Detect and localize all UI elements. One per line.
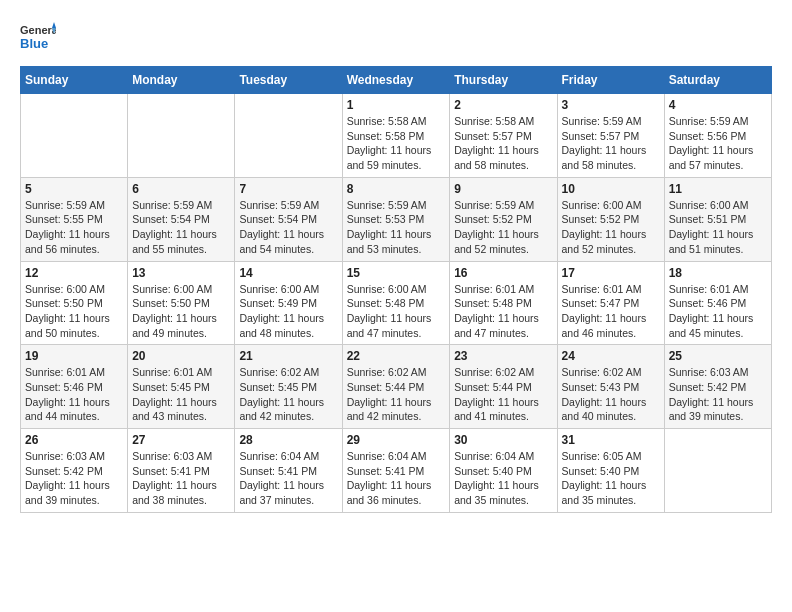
- calendar-week-row: 5Sunrise: 5:59 AM Sunset: 5:55 PM Daylig…: [21, 177, 772, 261]
- calendar-cell: [664, 429, 771, 513]
- day-number: 25: [669, 349, 767, 363]
- calendar-cell: [128, 94, 235, 178]
- calendar-cell: 2Sunrise: 5:58 AM Sunset: 5:57 PM Daylig…: [450, 94, 557, 178]
- day-info: Sunrise: 6:01 AM Sunset: 5:46 PM Dayligh…: [25, 365, 123, 424]
- weekday-header-tuesday: Tuesday: [235, 67, 342, 94]
- day-info: Sunrise: 6:00 AM Sunset: 5:52 PM Dayligh…: [562, 198, 660, 257]
- day-number: 16: [454, 266, 552, 280]
- day-number: 26: [25, 433, 123, 447]
- day-number: 19: [25, 349, 123, 363]
- weekday-header-wednesday: Wednesday: [342, 67, 450, 94]
- day-info: Sunrise: 5:58 AM Sunset: 5:58 PM Dayligh…: [347, 114, 446, 173]
- day-number: 12: [25, 266, 123, 280]
- day-info: Sunrise: 6:03 AM Sunset: 5:42 PM Dayligh…: [669, 365, 767, 424]
- calendar-cell: 3Sunrise: 5:59 AM Sunset: 5:57 PM Daylig…: [557, 94, 664, 178]
- svg-text:Blue: Blue: [20, 36, 48, 51]
- day-info: Sunrise: 6:00 AM Sunset: 5:48 PM Dayligh…: [347, 282, 446, 341]
- day-number: 10: [562, 182, 660, 196]
- day-info: Sunrise: 6:03 AM Sunset: 5:41 PM Dayligh…: [132, 449, 230, 508]
- calendar-week-row: 19Sunrise: 6:01 AM Sunset: 5:46 PM Dayli…: [21, 345, 772, 429]
- calendar-cell: 16Sunrise: 6:01 AM Sunset: 5:48 PM Dayli…: [450, 261, 557, 345]
- day-number: 15: [347, 266, 446, 280]
- day-info: Sunrise: 6:02 AM Sunset: 5:45 PM Dayligh…: [239, 365, 337, 424]
- calendar-cell: 24Sunrise: 6:02 AM Sunset: 5:43 PM Dayli…: [557, 345, 664, 429]
- day-info: Sunrise: 6:01 AM Sunset: 5:46 PM Dayligh…: [669, 282, 767, 341]
- calendar-body: 1Sunrise: 5:58 AM Sunset: 5:58 PM Daylig…: [21, 94, 772, 513]
- day-number: 7: [239, 182, 337, 196]
- weekday-header-thursday: Thursday: [450, 67, 557, 94]
- calendar-cell: 12Sunrise: 6:00 AM Sunset: 5:50 PM Dayli…: [21, 261, 128, 345]
- day-number: 11: [669, 182, 767, 196]
- calendar-cell: 19Sunrise: 6:01 AM Sunset: 5:46 PM Dayli…: [21, 345, 128, 429]
- calendar-cell: [235, 94, 342, 178]
- calendar-cell: 9Sunrise: 5:59 AM Sunset: 5:52 PM Daylig…: [450, 177, 557, 261]
- calendar-header-row: SundayMondayTuesdayWednesdayThursdayFrid…: [21, 67, 772, 94]
- day-number: 18: [669, 266, 767, 280]
- day-number: 13: [132, 266, 230, 280]
- day-info: Sunrise: 5:59 AM Sunset: 5:53 PM Dayligh…: [347, 198, 446, 257]
- calendar-cell: 15Sunrise: 6:00 AM Sunset: 5:48 PM Dayli…: [342, 261, 450, 345]
- day-number: 17: [562, 266, 660, 280]
- calendar-week-row: 12Sunrise: 6:00 AM Sunset: 5:50 PM Dayli…: [21, 261, 772, 345]
- day-info: Sunrise: 6:01 AM Sunset: 5:45 PM Dayligh…: [132, 365, 230, 424]
- calendar-cell: 17Sunrise: 6:01 AM Sunset: 5:47 PM Dayli…: [557, 261, 664, 345]
- calendar-cell: 23Sunrise: 6:02 AM Sunset: 5:44 PM Dayli…: [450, 345, 557, 429]
- calendar-cell: 21Sunrise: 6:02 AM Sunset: 5:45 PM Dayli…: [235, 345, 342, 429]
- calendar-cell: 4Sunrise: 5:59 AM Sunset: 5:56 PM Daylig…: [664, 94, 771, 178]
- svg-text:General: General: [20, 24, 56, 36]
- day-number: 29: [347, 433, 446, 447]
- day-number: 20: [132, 349, 230, 363]
- day-info: Sunrise: 6:04 AM Sunset: 5:41 PM Dayligh…: [239, 449, 337, 508]
- calendar-week-row: 1Sunrise: 5:58 AM Sunset: 5:58 PM Daylig…: [21, 94, 772, 178]
- day-info: Sunrise: 6:02 AM Sunset: 5:43 PM Dayligh…: [562, 365, 660, 424]
- day-number: 28: [239, 433, 337, 447]
- calendar-cell: 13Sunrise: 6:00 AM Sunset: 5:50 PM Dayli…: [128, 261, 235, 345]
- logo: General Blue: [20, 20, 56, 56]
- day-number: 31: [562, 433, 660, 447]
- day-info: Sunrise: 6:01 AM Sunset: 5:47 PM Dayligh…: [562, 282, 660, 341]
- calendar-cell: 14Sunrise: 6:00 AM Sunset: 5:49 PM Dayli…: [235, 261, 342, 345]
- calendar-cell: 31Sunrise: 6:05 AM Sunset: 5:40 PM Dayli…: [557, 429, 664, 513]
- calendar-cell: 18Sunrise: 6:01 AM Sunset: 5:46 PM Dayli…: [664, 261, 771, 345]
- calendar-cell: [21, 94, 128, 178]
- day-number: 21: [239, 349, 337, 363]
- calendar-cell: 22Sunrise: 6:02 AM Sunset: 5:44 PM Dayli…: [342, 345, 450, 429]
- day-info: Sunrise: 6:03 AM Sunset: 5:42 PM Dayligh…: [25, 449, 123, 508]
- day-info: Sunrise: 6:01 AM Sunset: 5:48 PM Dayligh…: [454, 282, 552, 341]
- calendar-cell: 8Sunrise: 5:59 AM Sunset: 5:53 PM Daylig…: [342, 177, 450, 261]
- day-number: 6: [132, 182, 230, 196]
- calendar-week-row: 26Sunrise: 6:03 AM Sunset: 5:42 PM Dayli…: [21, 429, 772, 513]
- page-header: General Blue: [20, 20, 772, 56]
- day-number: 23: [454, 349, 552, 363]
- day-number: 5: [25, 182, 123, 196]
- day-number: 8: [347, 182, 446, 196]
- calendar-cell: 29Sunrise: 6:04 AM Sunset: 5:41 PM Dayli…: [342, 429, 450, 513]
- calendar-cell: 30Sunrise: 6:04 AM Sunset: 5:40 PM Dayli…: [450, 429, 557, 513]
- day-info: Sunrise: 6:02 AM Sunset: 5:44 PM Dayligh…: [454, 365, 552, 424]
- day-info: Sunrise: 6:04 AM Sunset: 5:40 PM Dayligh…: [454, 449, 552, 508]
- calendar-cell: 20Sunrise: 6:01 AM Sunset: 5:45 PM Dayli…: [128, 345, 235, 429]
- weekday-header-sunday: Sunday: [21, 67, 128, 94]
- day-number: 4: [669, 98, 767, 112]
- day-info: Sunrise: 6:00 AM Sunset: 5:51 PM Dayligh…: [669, 198, 767, 257]
- weekday-header-friday: Friday: [557, 67, 664, 94]
- calendar-cell: 28Sunrise: 6:04 AM Sunset: 5:41 PM Dayli…: [235, 429, 342, 513]
- day-number: 1: [347, 98, 446, 112]
- day-number: 14: [239, 266, 337, 280]
- calendar-cell: 5Sunrise: 5:59 AM Sunset: 5:55 PM Daylig…: [21, 177, 128, 261]
- calendar-cell: 10Sunrise: 6:00 AM Sunset: 5:52 PM Dayli…: [557, 177, 664, 261]
- calendar-cell: 7Sunrise: 5:59 AM Sunset: 5:54 PM Daylig…: [235, 177, 342, 261]
- day-info: Sunrise: 5:59 AM Sunset: 5:57 PM Dayligh…: [562, 114, 660, 173]
- day-info: Sunrise: 6:04 AM Sunset: 5:41 PM Dayligh…: [347, 449, 446, 508]
- day-info: Sunrise: 6:00 AM Sunset: 5:50 PM Dayligh…: [132, 282, 230, 341]
- weekday-header-saturday: Saturday: [664, 67, 771, 94]
- calendar-cell: 26Sunrise: 6:03 AM Sunset: 5:42 PM Dayli…: [21, 429, 128, 513]
- calendar-cell: 27Sunrise: 6:03 AM Sunset: 5:41 PM Dayli…: [128, 429, 235, 513]
- day-info: Sunrise: 5:59 AM Sunset: 5:52 PM Dayligh…: [454, 198, 552, 257]
- day-info: Sunrise: 5:59 AM Sunset: 5:54 PM Dayligh…: [239, 198, 337, 257]
- day-info: Sunrise: 6:00 AM Sunset: 5:50 PM Dayligh…: [25, 282, 123, 341]
- day-info: Sunrise: 5:58 AM Sunset: 5:57 PM Dayligh…: [454, 114, 552, 173]
- weekday-header-monday: Monday: [128, 67, 235, 94]
- day-number: 22: [347, 349, 446, 363]
- day-number: 30: [454, 433, 552, 447]
